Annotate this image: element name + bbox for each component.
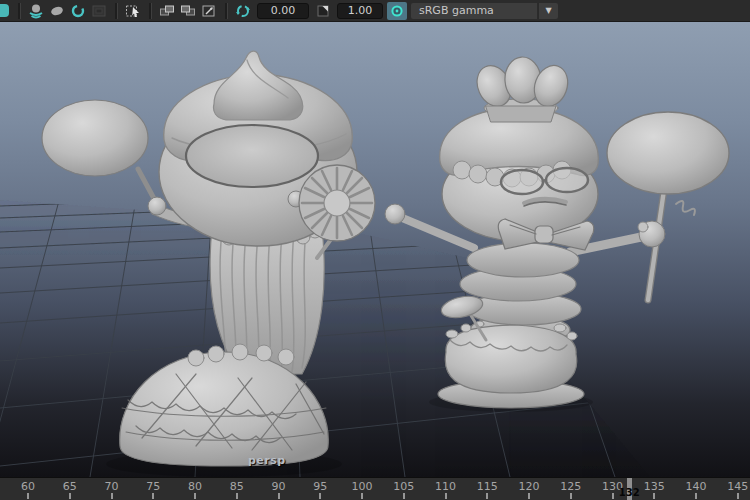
view-transform-dropdown[interactable]: sRGB gamma: [411, 3, 537, 19]
view-transform-value: sRGB gamma: [419, 4, 494, 17]
frame-tick: [486, 493, 488, 499]
selection-mask-icon[interactable]: [123, 2, 143, 20]
toolbar-separator[interactable]: [115, 3, 117, 19]
toggle-gamma-icon[interactable]: [313, 2, 333, 20]
make-live-icon[interactable]: [89, 2, 109, 20]
frame-tick: [528, 493, 530, 499]
frame-label: 140: [681, 480, 711, 493]
frame-tick: [236, 493, 238, 499]
frame-tick: [194, 493, 196, 499]
frame-label: 65: [55, 480, 85, 493]
exposure-field[interactable]: 0.00: [257, 3, 309, 19]
current-frame-label: 132: [616, 487, 642, 498]
left-hand: [385, 204, 405, 224]
output-connections-icon[interactable]: [178, 2, 198, 20]
frame-tick: [695, 493, 697, 499]
thumb: [638, 222, 648, 232]
frame-label: 80: [180, 480, 210, 493]
frame-label: 120: [514, 480, 544, 493]
frame-tick: [111, 493, 113, 499]
time-slider[interactable]: 6065707580859095100105110115120125130135…: [0, 477, 750, 500]
toggle-exposure-icon[interactable]: [233, 2, 253, 20]
ground-grid: [0, 172, 750, 477]
snap-to-grids-icon[interactable]: [26, 2, 46, 20]
whipped-swirl: [214, 51, 303, 120]
color-management-icon[interactable]: [387, 2, 407, 20]
frame-tick: [361, 493, 363, 499]
frame-tick: [653, 493, 655, 499]
frame-tick: [445, 493, 447, 499]
frame-tick: [570, 493, 572, 499]
frame-label: 115: [472, 480, 502, 493]
view-transform-arrow-icon[interactable]: ▼: [538, 3, 558, 19]
camera-label: persp: [248, 454, 286, 467]
frame-tick: [612, 493, 614, 499]
frame-label: 100: [347, 480, 377, 493]
frame-label: 125: [556, 480, 586, 493]
snap-to-curves-icon[interactable]: [47, 2, 67, 20]
gamma-field[interactable]: 1.00: [337, 3, 383, 19]
frame-tick: [278, 493, 280, 499]
frame-label: 105: [389, 480, 419, 493]
frame-label: 85: [222, 480, 252, 493]
frame-label: 70: [97, 480, 127, 493]
status-line-toolbar: 0.00 1.00 sRGB gamma ▼: [0, 0, 750, 22]
frame-label: 95: [305, 480, 335, 493]
frame-tick: [27, 493, 29, 499]
toolbar-separator[interactable]: [18, 3, 20, 19]
frame-label: 145: [723, 480, 750, 493]
frame-tick: [403, 493, 405, 499]
frame-tick: [152, 493, 154, 499]
input-connections-icon[interactable]: [157, 2, 177, 20]
frame-label: 90: [264, 480, 294, 493]
balloon-lollipop: [42, 100, 148, 176]
frame-label: 110: [431, 480, 461, 493]
round-lollipop: [607, 112, 729, 194]
left-hand: [148, 197, 166, 215]
frame-tick: [737, 493, 739, 499]
snap-to-points-icon[interactable]: [68, 2, 88, 20]
candy-granny-character[interactable]: [385, 56, 729, 408]
toolbar-separator[interactable]: [225, 3, 227, 19]
frame-tick: [319, 493, 321, 499]
face-plate: [186, 125, 318, 187]
construction-history-icon[interactable]: [199, 2, 219, 20]
clipped-tool-icon[interactable]: [0, 4, 9, 17]
cupcake-base: [445, 325, 577, 393]
frame-label: 60: [13, 480, 43, 493]
frame-tick: [69, 493, 71, 499]
viewport[interactable]: persp: [0, 22, 750, 477]
ribbon-curl: [676, 201, 695, 215]
frame-label: 75: [138, 480, 168, 493]
scene-canvas: [0, 22, 750, 477]
frame-label: 135: [639, 480, 669, 493]
toolbar-separator[interactable]: [149, 3, 151, 19]
